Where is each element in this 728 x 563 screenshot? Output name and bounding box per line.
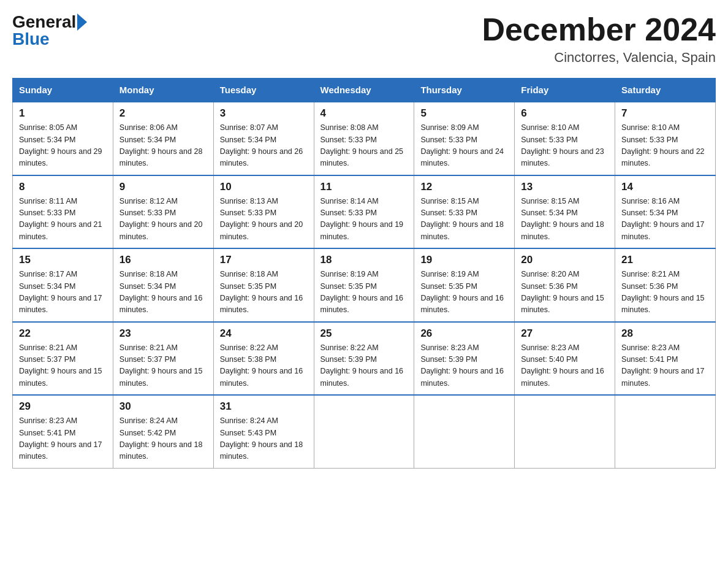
- day-info: Sunrise: 8:22 AM Sunset: 5:39 PM Dayligh…: [320, 342, 408, 390]
- calendar-cell: 21 Sunrise: 8:21 AM Sunset: 5:36 PM Dayl…: [615, 248, 716, 322]
- day-info: Sunrise: 8:21 AM Sunset: 5:37 PM Dayligh…: [19, 342, 107, 390]
- day-info: Sunrise: 8:18 AM Sunset: 5:34 PM Dayligh…: [119, 269, 207, 316]
- calendar-cell: 14 Sunrise: 8:16 AM Sunset: 5:34 PM Dayl…: [615, 175, 716, 249]
- logo-arrow-icon: [77, 13, 87, 31]
- day-number: 10: [220, 181, 308, 193]
- calendar-cell: 19 Sunrise: 8:19 AM Sunset: 5:35 PM Dayl…: [414, 248, 515, 322]
- calendar-cell: 29 Sunrise: 8:23 AM Sunset: 5:41 PM Dayl…: [13, 395, 113, 468]
- calendar-cell: [314, 395, 414, 468]
- calendar-cell: 20 Sunrise: 8:20 AM Sunset: 5:36 PM Dayl…: [515, 248, 615, 322]
- day-info: Sunrise: 8:23 AM Sunset: 5:39 PM Dayligh…: [420, 342, 508, 390]
- day-info: Sunrise: 8:23 AM Sunset: 5:41 PM Dayligh…: [19, 415, 107, 463]
- header-row: Sunday Monday Tuesday Wednesday Thursday…: [13, 79, 716, 102]
- day-number: 21: [621, 254, 709, 266]
- day-info: Sunrise: 8:07 AM Sunset: 5:34 PM Dayligh…: [220, 122, 308, 170]
- day-number: 2: [119, 107, 207, 120]
- day-info: Sunrise: 8:11 AM Sunset: 5:33 PM Dayligh…: [19, 196, 107, 243]
- day-number: 14: [621, 181, 709, 193]
- header-friday: Friday: [515, 79, 615, 102]
- calendar-cell: 5 Sunrise: 8:09 AM Sunset: 5:33 PM Dayli…: [414, 102, 515, 175]
- day-info: Sunrise: 8:20 AM Sunset: 5:36 PM Dayligh…: [521, 269, 609, 316]
- day-info: Sunrise: 8:13 AM Sunset: 5:33 PM Dayligh…: [220, 196, 308, 243]
- month-title: December 2024: [482, 12, 716, 47]
- logo-blue-text: Blue: [12, 29, 50, 49]
- day-info: Sunrise: 8:22 AM Sunset: 5:38 PM Dayligh…: [220, 342, 308, 390]
- day-info: Sunrise: 8:16 AM Sunset: 5:34 PM Dayligh…: [621, 196, 709, 243]
- day-info: Sunrise: 8:19 AM Sunset: 5:35 PM Dayligh…: [420, 269, 508, 316]
- day-info: Sunrise: 8:12 AM Sunset: 5:33 PM Dayligh…: [119, 196, 207, 243]
- page-header: General Blue December 2024 Cinctorres, V…: [12, 12, 716, 66]
- day-info: Sunrise: 8:18 AM Sunset: 5:35 PM Dayligh…: [220, 269, 308, 316]
- calendar-cell: 15 Sunrise: 8:17 AM Sunset: 5:34 PM Dayl…: [13, 248, 113, 322]
- day-number: 26: [420, 327, 508, 340]
- day-info: Sunrise: 8:19 AM Sunset: 5:35 PM Dayligh…: [320, 269, 408, 316]
- calendar-cell: 28 Sunrise: 8:23 AM Sunset: 5:41 PM Dayl…: [615, 322, 716, 396]
- day-number: 31: [220, 400, 308, 413]
- logo: General Blue: [12, 12, 87, 49]
- calendar-table: Sunday Monday Tuesday Wednesday Thursday…: [12, 78, 716, 469]
- header-sunday: Sunday: [13, 79, 113, 102]
- day-info: Sunrise: 8:17 AM Sunset: 5:34 PM Dayligh…: [19, 269, 107, 316]
- header-monday: Monday: [113, 79, 213, 102]
- calendar-cell: 7 Sunrise: 8:10 AM Sunset: 5:33 PM Dayli…: [615, 102, 716, 175]
- day-info: Sunrise: 8:23 AM Sunset: 5:40 PM Dayligh…: [521, 342, 609, 390]
- calendar-cell: 3 Sunrise: 8:07 AM Sunset: 5:34 PM Dayli…: [213, 102, 314, 175]
- day-info: Sunrise: 8:10 AM Sunset: 5:33 PM Dayligh…: [521, 122, 609, 170]
- day-number: 3: [220, 107, 308, 120]
- calendar-cell: 24 Sunrise: 8:22 AM Sunset: 5:38 PM Dayl…: [213, 322, 314, 396]
- week-row-1: 1 Sunrise: 8:05 AM Sunset: 5:34 PM Dayli…: [13, 102, 716, 175]
- calendar-cell: 1 Sunrise: 8:05 AM Sunset: 5:34 PM Dayli…: [13, 102, 113, 175]
- header-wednesday: Wednesday: [314, 79, 414, 102]
- calendar-cell: [615, 395, 716, 468]
- day-number: 1: [19, 107, 107, 120]
- calendar-cell: 22 Sunrise: 8:21 AM Sunset: 5:37 PM Dayl…: [13, 322, 113, 396]
- calendar-cell: 25 Sunrise: 8:22 AM Sunset: 5:39 PM Dayl…: [314, 322, 414, 396]
- calendar-cell: 23 Sunrise: 8:21 AM Sunset: 5:37 PM Dayl…: [113, 322, 213, 396]
- header-tuesday: Tuesday: [213, 79, 314, 102]
- day-number: 20: [521, 254, 609, 266]
- day-number: 18: [320, 254, 408, 266]
- day-number: 29: [19, 400, 107, 413]
- calendar-cell: 11 Sunrise: 8:14 AM Sunset: 5:33 PM Dayl…: [314, 175, 414, 249]
- day-number: 12: [420, 181, 508, 193]
- calendar-cell: 30 Sunrise: 8:24 AM Sunset: 5:42 PM Dayl…: [113, 395, 213, 468]
- location-subtitle: Cinctorres, Valencia, Spain: [482, 50, 716, 66]
- week-row-4: 22 Sunrise: 8:21 AM Sunset: 5:37 PM Dayl…: [13, 322, 716, 396]
- day-info: Sunrise: 8:08 AM Sunset: 5:33 PM Dayligh…: [320, 122, 408, 170]
- calendar-cell: 8 Sunrise: 8:11 AM Sunset: 5:33 PM Dayli…: [13, 175, 113, 249]
- calendar-cell: 4 Sunrise: 8:08 AM Sunset: 5:33 PM Dayli…: [314, 102, 414, 175]
- header-saturday: Saturday: [615, 79, 716, 102]
- day-info: Sunrise: 8:24 AM Sunset: 5:43 PM Dayligh…: [220, 415, 308, 463]
- calendar-cell: 16 Sunrise: 8:18 AM Sunset: 5:34 PM Dayl…: [113, 248, 213, 322]
- calendar-cell: [515, 395, 615, 468]
- day-number: 24: [220, 327, 308, 340]
- calendar-cell: 31 Sunrise: 8:24 AM Sunset: 5:43 PM Dayl…: [213, 395, 314, 468]
- day-info: Sunrise: 8:21 AM Sunset: 5:36 PM Dayligh…: [621, 269, 709, 316]
- calendar-cell: 10 Sunrise: 8:13 AM Sunset: 5:33 PM Dayl…: [213, 175, 314, 249]
- calendar-cell: 26 Sunrise: 8:23 AM Sunset: 5:39 PM Dayl…: [414, 322, 515, 396]
- day-number: 6: [521, 107, 609, 120]
- day-info: Sunrise: 8:15 AM Sunset: 5:34 PM Dayligh…: [521, 196, 609, 243]
- day-number: 25: [320, 327, 408, 340]
- day-number: 28: [621, 327, 709, 340]
- title-section: December 2024 Cinctorres, Valencia, Spai…: [482, 12, 716, 66]
- day-info: Sunrise: 8:09 AM Sunset: 5:33 PM Dayligh…: [420, 122, 508, 170]
- calendar-cell: 6 Sunrise: 8:10 AM Sunset: 5:33 PM Dayli…: [515, 102, 615, 175]
- day-number: 11: [320, 181, 408, 193]
- day-info: Sunrise: 8:24 AM Sunset: 5:42 PM Dayligh…: [119, 415, 207, 463]
- day-number: 16: [119, 254, 207, 266]
- calendar-cell: 13 Sunrise: 8:15 AM Sunset: 5:34 PM Dayl…: [515, 175, 615, 249]
- day-number: 5: [420, 107, 508, 120]
- day-info: Sunrise: 8:21 AM Sunset: 5:37 PM Dayligh…: [119, 342, 207, 390]
- day-info: Sunrise: 8:14 AM Sunset: 5:33 PM Dayligh…: [320, 196, 408, 243]
- day-number: 19: [420, 254, 508, 266]
- day-number: 15: [19, 254, 107, 266]
- day-info: Sunrise: 8:10 AM Sunset: 5:33 PM Dayligh…: [621, 122, 709, 170]
- day-number: 17: [220, 254, 308, 266]
- calendar-cell: 12 Sunrise: 8:15 AM Sunset: 5:33 PM Dayl…: [414, 175, 515, 249]
- day-info: Sunrise: 8:23 AM Sunset: 5:41 PM Dayligh…: [621, 342, 709, 390]
- day-number: 8: [19, 181, 107, 193]
- calendar-cell: 9 Sunrise: 8:12 AM Sunset: 5:33 PM Dayli…: [113, 175, 213, 249]
- day-info: Sunrise: 8:15 AM Sunset: 5:33 PM Dayligh…: [420, 196, 508, 243]
- day-number: 30: [119, 400, 207, 413]
